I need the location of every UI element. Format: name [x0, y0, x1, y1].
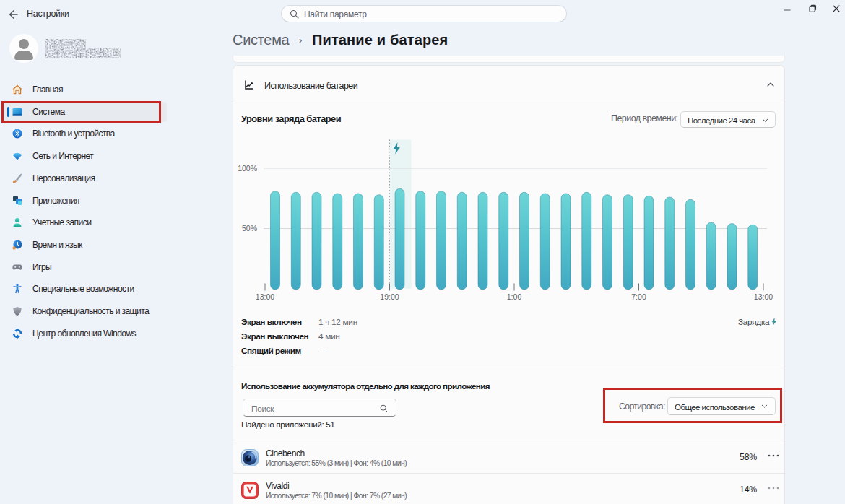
- svg-text:19:00: 19:00: [380, 292, 399, 301]
- svg-text:50%: 50%: [242, 224, 257, 233]
- svg-text:7:00: 7:00: [631, 292, 646, 301]
- svg-text:100%: 100%: [238, 164, 257, 173]
- svg-text:13:00: 13:00: [256, 292, 274, 301]
- svg-text:13:00: 13:00: [754, 292, 773, 301]
- svg-text:1:00: 1:00: [507, 292, 522, 301]
